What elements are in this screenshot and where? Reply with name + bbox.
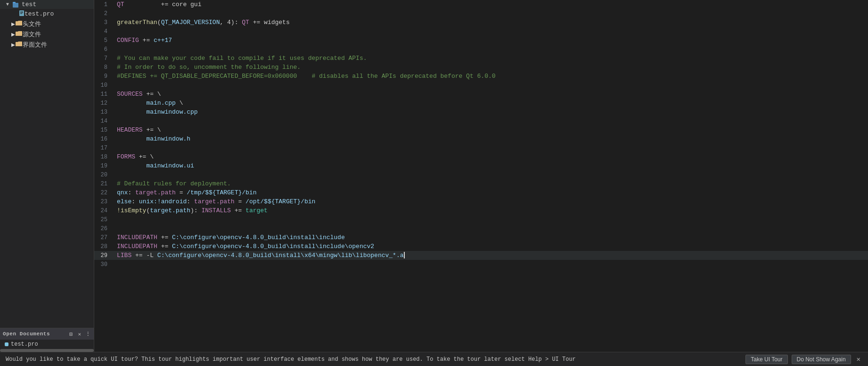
code-line-7: 7 # You can make your code fail to compi… [94, 54, 868, 63]
line-content-6 [113, 45, 121, 54]
sidebar-item-testpro-label: test.pro [25, 10, 54, 17]
line-num-12: 12 [94, 100, 113, 107]
code-line-11: 11 SOURCES += \ [94, 90, 868, 99]
line-content-17 [113, 143, 121, 152]
code-line-14: 14 [94, 116, 868, 125]
code-line-28: 28 INCLUDEPATH += C:\configure\opencv-4.… [94, 242, 868, 251]
line-num-26: 26 [94, 225, 113, 232]
code-line-5: 5 CONFIG += c++17 [94, 36, 868, 45]
sources-chevron: ▶ [11, 31, 15, 38]
line-content-10 [113, 81, 121, 90]
line-content-27: INCLUDEPATH += C:\configure\opencv-4.8.0… [113, 233, 345, 242]
split-editor-icon[interactable]: ⊟ [67, 330, 75, 338]
line-num-6: 6 [94, 46, 113, 53]
line-num-4: 4 [94, 28, 113, 35]
code-line-17: 17 [94, 143, 868, 152]
code-line-19: 19 mainwindow.ui [94, 161, 868, 170]
svg-rect-8 [16, 43, 22, 46]
line-num-5: 5 [94, 37, 113, 44]
code-line-12: 12 main.cpp \ [94, 99, 868, 108]
close-notification-icon[interactable]: ✕ [855, 355, 862, 363]
line-num-17: 17 [94, 145, 113, 151]
line-content-2 [113, 9, 121, 18]
line-content-3: greaterThan(QT_MAJOR_VERSION, 4): QT += … [113, 18, 290, 27]
open-doc-testpro[interactable]: test.pro [0, 340, 94, 349]
line-num-20: 20 [94, 172, 113, 178]
line-num-24: 24 [94, 208, 113, 214]
notification-bar: Would you like to take a quick UI tour? … [0, 352, 868, 366]
line-num-22: 22 [94, 190, 113, 196]
line-num-21: 21 [94, 181, 113, 187]
sidebar-item-forms-folder[interactable]: ▶ 界面文件 [0, 40, 94, 50]
file-dot-icon [5, 342, 8, 346]
code-line-4: 4 [94, 27, 868, 36]
line-content-29: LIBS += -L C:\configure\opencv-4.8.0_bui… [113, 251, 405, 260]
code-line-27: 27 INCLUDEPATH += C:\configure\opencv-4.… [94, 233, 868, 242]
take-ui-tour-button[interactable]: Take UI Tour [745, 355, 787, 364]
line-content-21: # Default rules for deployment. [113, 179, 231, 188]
project-title: test [22, 1, 36, 8]
line-content-8: # In order to do so, uncomment the follo… [113, 63, 301, 72]
line-num-15: 15 [94, 127, 113, 133]
sidebar-item-headers-label: 头文件 [23, 20, 41, 28]
sidebar-item-forms-label: 界面文件 [23, 41, 47, 49]
line-num-25: 25 [94, 216, 113, 223]
line-num-9: 9 [94, 73, 113, 80]
line-content-1: QT += core gui [113, 0, 201, 9]
line-content-30 [113, 260, 121, 269]
line-num-14: 14 [94, 118, 113, 125]
line-content-19: mainwindow.ui [113, 161, 194, 170]
sidebar-item-testpro[interactable]: test.pro [0, 9, 94, 19]
line-num-30: 30 [94, 261, 113, 268]
code-line-8: 8 # In order to do so, uncomment the fol… [94, 63, 868, 72]
line-num-11: 11 [94, 91, 113, 98]
sidebar-item-sources-label: 源文件 [23, 30, 41, 39]
svg-rect-7 [16, 33, 22, 36]
code-line-20: 20 [94, 170, 868, 179]
line-content-9: #DEFINES += QT_DISABLE_DEPRECATED_BEFORE… [113, 72, 496, 81]
line-content-28: INCLUDEPATH += C:\configure\opencv-4.8.0… [113, 242, 374, 251]
line-content-16: mainwindow.h [113, 134, 190, 143]
close-all-icon[interactable]: ✕ [76, 330, 83, 338]
code-lines: 1 QT += core gui 2 3 greaterThan(QT_MAJO… [94, 0, 868, 269]
line-num-7: 7 [94, 55, 113, 62]
folder-icon-headers [15, 20, 23, 28]
line-content-5: CONFIG += c++17 [113, 36, 172, 45]
line-num-23: 23 [94, 199, 113, 205]
line-num-1: 1 [94, 1, 113, 8]
line-content-23: else: unix:!android: target.path = /opt/… [113, 197, 315, 206]
open-documents-actions: ⊟ ✕ ⋮ [67, 330, 92, 338]
line-content-13: mainwindow.cpp [113, 108, 198, 116]
sidebar-item-sources-folder[interactable]: ▶ 源文件 [0, 29, 94, 40]
code-line-1: 1 QT += core gui [94, 0, 868, 9]
code-line-13: 13 mainwindow.cpp [94, 108, 868, 116]
line-num-8: 8 [94, 64, 113, 71]
project-icon [11, 1, 20, 8]
line-num-27: 27 [94, 234, 113, 241]
svg-rect-1 [13, 2, 16, 3]
chevron-down-icon: ▼ [4, 2, 11, 7]
line-content-4 [113, 27, 121, 36]
line-num-29: 29 [94, 252, 113, 259]
sidebar-scrollbar[interactable] [0, 349, 94, 352]
line-content-11: SOURCES += \ [113, 90, 161, 99]
svg-rect-0 [13, 3, 18, 8]
project-root[interactable]: ▼ test [0, 0, 94, 9]
line-content-24: !isEmpty(target.path): INSTALLS += targe… [113, 206, 268, 215]
line-num-18: 18 [94, 154, 113, 160]
code-line-25: 25 [94, 215, 868, 224]
sidebar-item-headers-folder[interactable]: ▶ 头文件 [0, 19, 94, 29]
editor-area[interactable]: 1 QT += core gui 2 3 greaterThan(QT_MAJO… [94, 0, 868, 352]
more-icon[interactable]: ⋮ [84, 330, 92, 338]
code-line-9: 9 #DEFINES += QT_DISABLE_DEPRECATED_BEFO… [94, 72, 868, 81]
folder-icon-sources [15, 31, 23, 38]
line-content-7: # You can make your code fail to compile… [113, 54, 367, 63]
code-line-21: 21 # Default rules for deployment. [94, 179, 868, 188]
do-not-show-button[interactable]: Do Not Show Again [792, 355, 851, 364]
open-documents-section: Open Documents ⊟ ✕ ⋮ test.pro [0, 328, 94, 352]
code-line-10: 10 [94, 81, 868, 90]
notification-actions: Take UI Tour Do Not Show Again ✕ [745, 355, 862, 364]
open-documents-title: Open Documents [3, 331, 50, 337]
line-num-28: 28 [94, 243, 113, 250]
code-line-23: 23 else: unix:!android: target.path = /o… [94, 197, 868, 206]
